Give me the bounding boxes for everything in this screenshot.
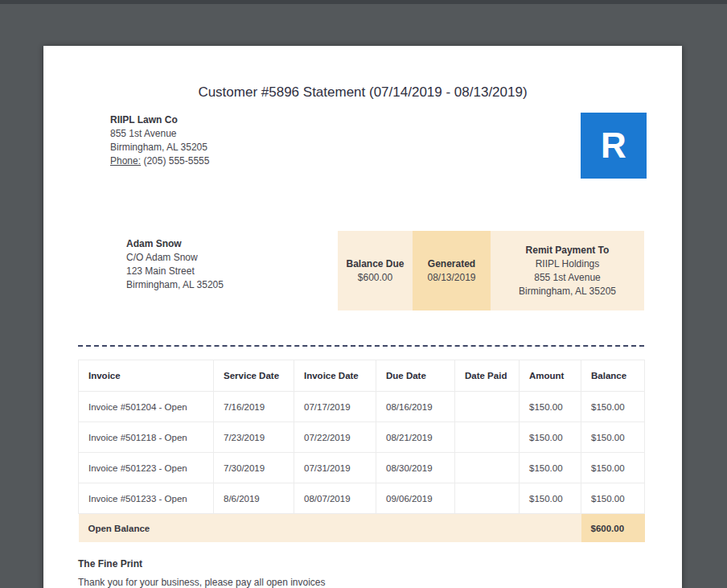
- cell-invoice-date: 07/31/2019: [294, 453, 376, 483]
- remit-name: RIIPL Holdings: [491, 257, 644, 271]
- generated-panel: Generated 08/13/2019: [413, 231, 491, 310]
- remit-city: Birmingham, AL 35205: [491, 285, 644, 298]
- cell-service-date: 7/30/2019: [214, 453, 294, 483]
- col-header-amount: Amount: [520, 360, 581, 392]
- company-name: RIIPL Lawn Co: [110, 113, 209, 127]
- cell-invoice: Invoice #501223 - Open: [79, 453, 214, 483]
- col-header-invoice: Invoice: [79, 360, 214, 392]
- col-header-invoice-date: Invoice Date: [294, 360, 376, 392]
- logo-letter-r: R: [601, 128, 626, 163]
- recipient-address-block: Adam Snow C/O Adam Snow 123 Main Street …: [126, 237, 224, 292]
- balance-due-panel: Balance Due $600.00: [338, 231, 413, 310]
- col-header-balance: Balance: [581, 360, 645, 392]
- cell-service-date: 7/16/2019: [214, 392, 294, 422]
- cell-balance: $150.00: [581, 392, 645, 422]
- table-header-row: Invoice Service Date Invoice Date Due Da…: [79, 360, 645, 392]
- table-row: Invoice #501204 - Open 7/16/2019 07/17/2…: [79, 392, 645, 422]
- col-header-service-date: Service Date: [214, 360, 294, 392]
- cell-date-paid: [455, 453, 520, 483]
- cell-balance: $150.00: [581, 422, 645, 453]
- recipient-street: 123 Main Street: [126, 265, 224, 278]
- cell-invoice-date: 07/22/2019: [294, 422, 376, 453]
- remit-label: Remit Payment To: [491, 244, 644, 257]
- cell-invoice: Invoice #501233 - Open: [79, 483, 214, 514]
- viewer-background: Customer #5896 Statement (07/14/2019 - 0…: [0, 0, 727, 588]
- phone-number: (205) 555-5555: [143, 155, 209, 167]
- cell-due-date: 08/16/2019: [376, 392, 455, 422]
- col-header-date-paid: Date Paid: [455, 360, 520, 392]
- cell-invoice: Invoice #501204 - Open: [79, 392, 214, 422]
- company-phone: Phone: (205) 555-5555: [110, 154, 209, 168]
- cell-invoice-date: 07/17/2019: [294, 392, 376, 422]
- open-balance-label: Open Balance: [79, 514, 581, 543]
- cell-amount: $150.00: [520, 483, 581, 514]
- cell-date-paid: [455, 422, 520, 453]
- company-address-line1: 855 1st Avenue: [110, 127, 209, 141]
- open-balance-total: $600.00: [581, 514, 645, 543]
- recipient-city: Birmingham, AL 35205: [126, 278, 224, 292]
- invoice-table: Invoice Service Date Invoice Date Due Da…: [78, 360, 645, 542]
- remit-payment-panel: Remit Payment To RIIPL Holdings 855 1st …: [491, 231, 644, 310]
- fine-print-heading: The Fine Print: [78, 558, 142, 569]
- fine-print-text: Thank you for your business, please pay …: [78, 577, 326, 588]
- company-logo: R: [581, 113, 647, 179]
- cell-balance: $150.00: [581, 453, 645, 483]
- recipient-care-of: C/O Adam Snow: [126, 251, 224, 265]
- company-address-line2: Birmingham, AL 35205: [110, 141, 209, 154]
- balance-due-value: $600.00: [338, 271, 413, 285]
- dashed-divider: [78, 345, 644, 347]
- page-title: Customer #5896 Statement (07/14/2019 - 0…: [43, 84, 682, 101]
- table-row: Invoice #501218 - Open 7/23/2019 07/22/2…: [79, 422, 645, 453]
- phone-label: Phone:: [110, 155, 141, 167]
- statement-summary: Balance Due $600.00 Generated 08/13/2019…: [338, 231, 644, 310]
- open-balance-row: Open Balance $600.00: [79, 514, 645, 543]
- cell-due-date: 08/30/2019: [376, 453, 455, 483]
- cell-amount: $150.00: [520, 392, 581, 422]
- cell-due-date: 09/06/2019: [376, 483, 455, 514]
- cell-date-paid: [455, 392, 520, 422]
- cell-amount: $150.00: [520, 422, 581, 453]
- cell-date-paid: [455, 483, 520, 514]
- balance-due-label: Balance Due: [338, 257, 413, 271]
- cell-amount: $150.00: [520, 453, 581, 483]
- table-row: Invoice #501223 - Open 7/30/2019 07/31/2…: [79, 453, 645, 483]
- cell-invoice: Invoice #501218 - Open: [79, 422, 214, 453]
- cell-invoice-date: 08/07/2019: [294, 483, 376, 514]
- letterhead: RIIPL Lawn Co 855 1st Avenue Birmingham,…: [110, 113, 209, 168]
- cell-due-date: 08/21/2019: [376, 422, 455, 453]
- generated-value: 08/13/2019: [413, 271, 491, 285]
- document-page: Customer #5896 Statement (07/14/2019 - 0…: [43, 46, 682, 588]
- cell-service-date: 8/6/2019: [214, 483, 294, 514]
- generated-label: Generated: [413, 257, 491, 271]
- col-header-due-date: Due Date: [376, 360, 455, 392]
- remit-street: 855 1st Avenue: [491, 271, 644, 285]
- recipient-name: Adam Snow: [126, 237, 224, 251]
- table-row: Invoice #501233 - Open 8/6/2019 08/07/20…: [79, 483, 645, 514]
- cell-balance: $150.00: [581, 483, 645, 514]
- cell-service-date: 7/23/2019: [214, 422, 294, 453]
- viewer-top-bar: [0, 0, 727, 4]
